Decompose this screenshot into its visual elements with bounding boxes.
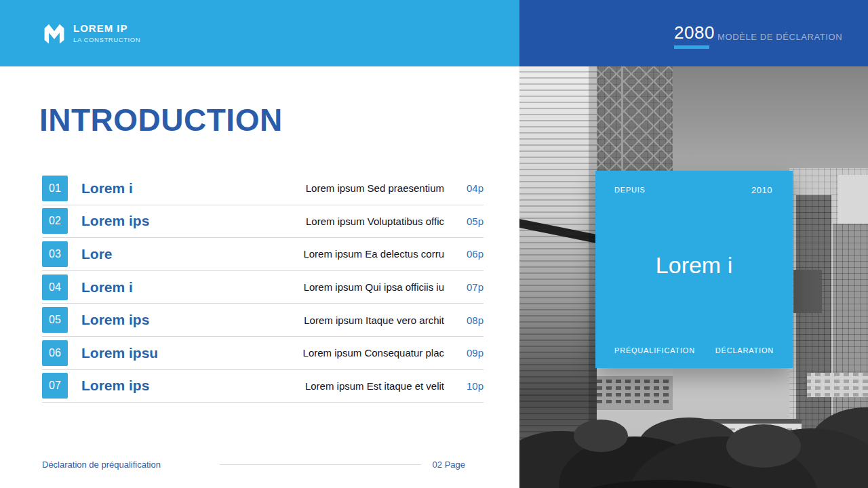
toc-item-number: 02 (42, 208, 68, 234)
toc-item-description: Lorem ipsum Consequatur plac (303, 347, 444, 359)
year-underline (674, 45, 709, 49)
company-logo: LOREM IP LA CONSTRUCTION (42, 21, 140, 45)
toc-item-title: Lorem ips (81, 213, 149, 229)
toc-item-title: Lorem ips (81, 378, 149, 394)
toc-item-page: 08p (444, 314, 484, 326)
header-year-block: 2080 (674, 22, 715, 49)
toc-item-title: Lorem ipsu (81, 345, 158, 361)
toc-item-number: 05 (42, 307, 68, 333)
toc-item-title: Lorem ips (81, 312, 149, 328)
page-title: INTRODUCTION (39, 102, 283, 138)
logo-title: LOREM IP (73, 22, 140, 35)
toc-item-description: Lorem ipsum Itaque vero archit (304, 314, 444, 326)
toc-item-page: 10p (444, 380, 484, 392)
toc-row[interactable]: 07 Lorem ips Lorem ipsum Est itaque et v… (42, 370, 484, 403)
toc-item-number: 04 (42, 274, 68, 300)
info-card: DEPUIS 2010 Lorem i PRÉQUALIFICATION DÉC… (595, 171, 793, 368)
toc-item-page: 09p (444, 347, 484, 359)
toc-item-number: 03 (42, 241, 68, 267)
toc-item-description: Lorem ipsum Qui ipsa officiis iu (304, 281, 444, 293)
toc-row[interactable]: 06 Lorem ipsu Lorem ipsum Consequatur pl… (42, 337, 484, 370)
toc-item-page: 06p (444, 248, 484, 260)
toc-item-page: 04p (444, 182, 484, 194)
card-title: Lorem i (595, 252, 793, 279)
toc-item-description: Lorem ipsum Est itaque et velit (305, 380, 444, 392)
toc-item-number: 07 (42, 373, 68, 399)
header: LOREM IP LA CONSTRUCTION 2080 MODÈLE DE … (0, 0, 868, 66)
header-tagline: MODÈLE DE DÉCLARATION (717, 32, 842, 42)
footer-page-number: 02 Page (433, 460, 465, 470)
toc-item-description: Lorem ipsum Sed praesentium (306, 182, 444, 194)
card-year: 2010 (751, 185, 772, 195)
toc-row[interactable]: 04 Lorem i Lorem ipsum Qui ipsa officiis… (42, 271, 484, 304)
toc-list: 01 Lorem i Lorem ipsum Sed praesentium 0… (42, 172, 484, 403)
logo-m-icon (42, 21, 66, 45)
card-label-depuis: DEPUIS (614, 186, 646, 194)
toc-row[interactable]: 02 Lorem ips Lorem ipsum Voluptatibus of… (42, 205, 484, 239)
toc-item-title: Lorem i (81, 279, 133, 296)
city-photo: DEPUIS 2010 Lorem i PRÉQUALIFICATION DÉC… (519, 66, 868, 488)
footer-divider-line (220, 464, 421, 465)
toc-item-title: Lore (81, 246, 113, 262)
toc-item-title: Lorem i (81, 180, 133, 197)
toc-item-page: 07p (444, 281, 484, 293)
toc-item-description: Lorem ipsum Voluptatibus offic (306, 216, 444, 227)
toc-item-page: 05p (444, 216, 484, 227)
header-left-band: LOREM IP LA CONSTRUCTION (0, 0, 519, 66)
footer-document-name: Déclaration de préqualification (42, 460, 161, 470)
logo-text: LOREM IP LA CONSTRUCTION (73, 22, 140, 45)
toc-row[interactable]: 01 Lorem i Lorem ipsum Sed praesentium 0… (42, 172, 484, 205)
toc-row[interactable]: 05 Lorem ips Lorem ipsum Itaque vero arc… (42, 304, 484, 337)
logo-subtitle: LA CONSTRUCTION (73, 36, 140, 44)
presentation-slide: LOREM IP LA CONSTRUCTION 2080 MODÈLE DE … (0, 0, 868, 488)
toc-item-description: Lorem ipsum Ea delectus corru (303, 248, 444, 260)
header-year: 2080 (674, 22, 715, 43)
toc-item-number: 01 (42, 176, 68, 201)
footer: Déclaration de préqualification 02 Page (42, 460, 465, 470)
card-label-prequalification: PRÉQUALIFICATION (614, 346, 695, 354)
toc-item-number: 06 (42, 340, 68, 366)
card-label-declaration: DÉCLARATION (715, 346, 774, 354)
toc-row[interactable]: 03 Lore Lorem ipsum Ea delectus corru 06… (42, 238, 484, 271)
